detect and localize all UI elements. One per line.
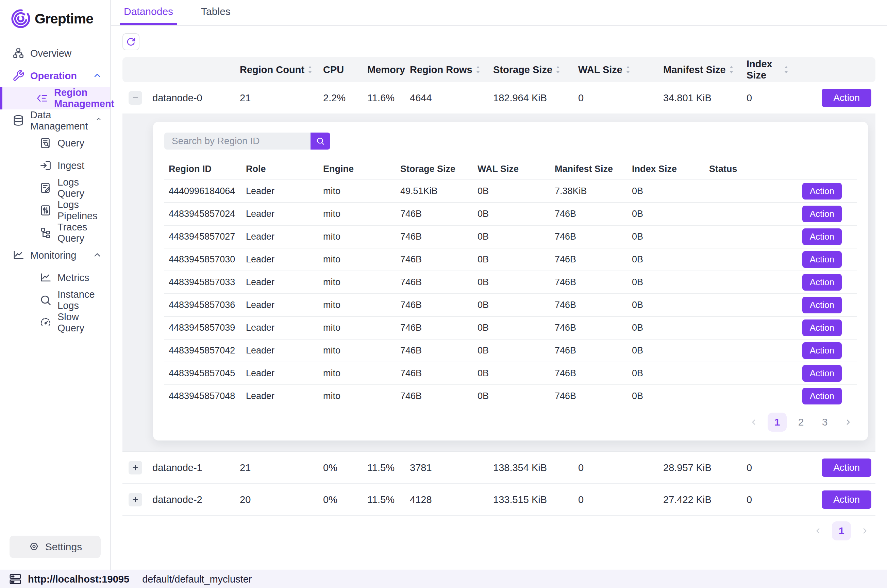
region-action-button[interactable]: Action	[802, 251, 842, 268]
brand-logo: Greptime	[0, 0, 110, 34]
index-size-cell: 0B	[627, 209, 705, 219]
region-id-cell: 4483945857027	[164, 231, 242, 242]
sort-icon[interactable]	[307, 65, 313, 74]
region-action-button[interactable]: Action	[802, 297, 842, 314]
prev-page-icon[interactable]	[809, 522, 827, 540]
region-search	[164, 132, 330, 150]
sidebar-item-label: Logs Query	[57, 177, 102, 199]
sidebar-item-traces-query[interactable]: Traces Query	[0, 222, 110, 244]
region-row: 4483945857024 Leader mito 746B 0B 746B 0…	[164, 202, 857, 225]
region-row: 4483945857048 Leader mito 746B 0B 746B 0…	[164, 384, 857, 407]
search-icon	[316, 136, 325, 146]
region-search-button[interactable]	[311, 132, 330, 150]
wal-size-cell: 0B	[473, 322, 550, 333]
prev-page-icon[interactable]	[745, 413, 763, 431]
column-header-region-rows[interactable]: Region Rows	[401, 64, 485, 75]
sidebar: Greptime Overview Operation	[0, 0, 111, 570]
app-window: Greptime Overview Operation	[0, 0, 887, 588]
page-button-2[interactable]: 2	[791, 412, 810, 432]
sort-icon[interactable]	[729, 65, 734, 74]
region-row: 4483945857033 Leader mito 746B 0B 746B 0…	[164, 270, 857, 293]
engine-cell: mito	[319, 186, 396, 196]
sidebar-item-instance-logs[interactable]: Instance Logs	[0, 289, 110, 311]
column-header-region-count[interactable]: Region Count	[231, 64, 314, 75]
wrench-icon	[12, 70, 24, 82]
datanode-action-button[interactable]: Action	[822, 490, 871, 509]
sidebar-item-ingest[interactable]: Ingest	[0, 154, 110, 177]
chevron-up-icon	[93, 250, 102, 260]
region-action-button[interactable]: Action	[802, 365, 842, 382]
region-table-body: 4440996184064 Leader mito 49.51KiB 0B 7.…	[164, 180, 857, 407]
region-action-button[interactable]: Action	[802, 388, 842, 405]
region-action-button[interactable]: Action	[802, 228, 842, 245]
collapse-row-button[interactable]	[129, 91, 142, 105]
chart-icon	[12, 249, 24, 261]
page-button-1[interactable]: 1	[768, 412, 787, 432]
sidebar-group-operation[interactable]: Operation	[0, 64, 110, 87]
sidebar-item-query[interactable]: Query	[0, 132, 110, 154]
document-search-icon	[39, 137, 52, 149]
datanode-name: datanode-0	[146, 93, 231, 104]
sidebar-group-data-management[interactable]: Data Management	[0, 110, 110, 132]
wal-size-cell: 0B	[473, 231, 550, 242]
sidebar-item-slow-query[interactable]: Slow Query	[0, 311, 110, 334]
expand-row-button[interactable]	[129, 461, 142, 474]
region-action-button[interactable]: Action	[802, 342, 842, 359]
sidebar-item-label: Overview	[30, 48, 71, 59]
role-cell: Leader	[242, 186, 319, 196]
tab-tables[interactable]: Tables	[197, 0, 235, 25]
sidebar-item-overview[interactable]: Overview	[0, 42, 110, 64]
sidebar-item-region-management[interactable]: Region Management	[0, 87, 110, 110]
sort-icon[interactable]	[783, 65, 789, 74]
wal-size-cell: 0B	[473, 368, 550, 379]
column-header-index-size[interactable]: Index Size	[738, 58, 789, 81]
next-page-icon[interactable]	[839, 413, 857, 431]
region-action-button[interactable]: Action	[802, 274, 842, 291]
storage-size-value: 133.515 KiB	[485, 494, 570, 506]
storage-size-cell: 746B	[396, 254, 473, 265]
engine-cell: mito	[319, 231, 396, 242]
tab-datanodes[interactable]: Datanodes	[120, 0, 177, 25]
settings-button[interactable]: Settings	[9, 536, 101, 558]
manifest-size-cell: 746B	[550, 231, 627, 242]
column-header-storage-size[interactable]: Storage Size	[485, 64, 570, 75]
sort-icon[interactable]	[625, 65, 631, 74]
sidebar-item-logs-query[interactable]: Logs Query	[0, 177, 110, 199]
page-button-1[interactable]: 1	[832, 521, 851, 540]
page-button-3[interactable]: 3	[815, 412, 834, 432]
chevron-up-icon	[93, 71, 102, 81]
region-action-button[interactable]: Action	[802, 206, 842, 222]
sidebar-group-monitoring[interactable]: Monitoring	[0, 244, 110, 267]
region-id-cell: 4483945857036	[164, 300, 242, 310]
sidebar-item-label: Logs Pipelines	[57, 199, 102, 222]
region-row: 4483945857045 Leader mito 746B 0B 746B 0…	[164, 362, 857, 384]
region-row: 4483945857036 Leader mito 746B 0B 746B 0…	[164, 293, 857, 316]
manifest-size-cell: 746B	[550, 300, 627, 310]
cluster-name[interactable]: default/default_mycluster	[142, 574, 252, 585]
region-count-value: 20	[231, 494, 314, 506]
region-search-input[interactable]	[164, 132, 311, 150]
sidebar-item-metrics[interactable]: Metrics	[0, 267, 110, 289]
column-header-manifest-size[interactable]: Manifest Size	[655, 64, 738, 75]
next-page-icon[interactable]	[856, 522, 873, 540]
sort-icon[interactable]	[475, 65, 481, 74]
traces-tree-icon	[39, 227, 52, 239]
region-action-button[interactable]: Action	[802, 183, 842, 200]
wal-size-cell: 0B	[473, 345, 550, 356]
sort-icon[interactable]	[555, 65, 561, 74]
region-action-button[interactable]: Action	[802, 320, 842, 336]
storage-size-cell: 49.51KiB	[396, 186, 473, 196]
expand-row-button[interactable]	[129, 493, 142, 506]
wal-size-value: 0	[570, 93, 655, 104]
refresh-button[interactable]	[122, 33, 140, 50]
sidebar-item-logs-pipelines[interactable]: Logs Pipelines	[0, 199, 110, 222]
endpoint-url[interactable]: http://localhost:19095	[28, 574, 129, 585]
datanode-action-button[interactable]: Action	[822, 89, 871, 107]
column-header-wal-size[interactable]: WAL Size	[570, 64, 655, 75]
storage-size-value: 182.964 KiB	[485, 93, 570, 104]
storage-size-cell: 746B	[396, 277, 473, 288]
wal-size-cell: 0B	[473, 209, 550, 219]
region-id-cell: 4483945857033	[164, 277, 242, 288]
datanode-action-button[interactable]: Action	[822, 459, 871, 477]
region-rows-value: 3781	[401, 462, 485, 474]
